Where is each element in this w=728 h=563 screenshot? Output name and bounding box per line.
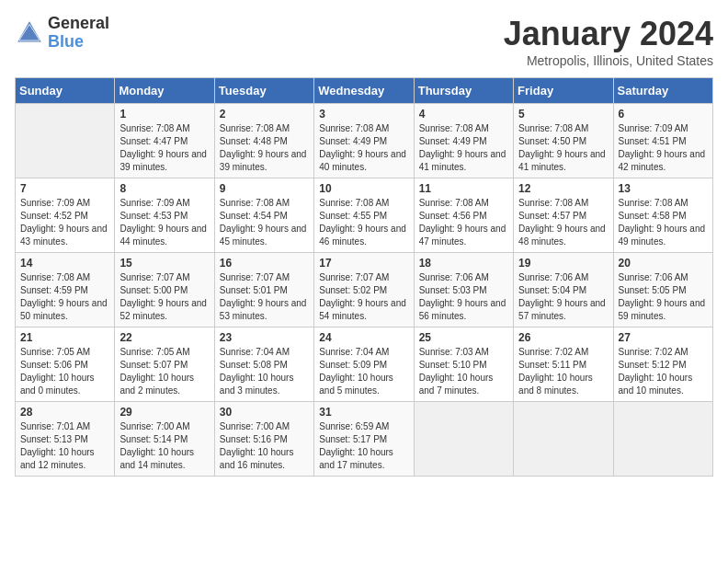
calendar-week-row: 21Sunrise: 7:05 AMSunset: 5:06 PMDayligh… <box>16 327 713 402</box>
calendar-subtitle: Metropolis, Illinois, United States <box>504 53 713 68</box>
day-number: 1 <box>119 108 209 121</box>
day-info: Sunrise: 7:00 AMSunset: 5:14 PMDaylight:… <box>119 420 209 472</box>
day-number: 24 <box>319 331 408 344</box>
day-number: 14 <box>20 257 109 270</box>
day-info: Sunrise: 7:08 AMSunset: 4:49 PMDaylight:… <box>319 122 408 174</box>
calendar-day-cell <box>16 104 115 178</box>
calendar-day-cell: 19Sunrise: 7:06 AMSunset: 5:04 PMDayligh… <box>514 253 613 327</box>
day-of-week-header: Saturday <box>613 78 712 104</box>
calendar-week-row: 14Sunrise: 7:08 AMSunset: 4:59 PMDayligh… <box>16 253 713 327</box>
day-info: Sunrise: 7:06 AMSunset: 5:04 PMDaylight:… <box>518 271 608 323</box>
day-info: Sunrise: 6:59 AMSunset: 5:17 PMDaylight:… <box>319 420 408 472</box>
day-info: Sunrise: 7:08 AMSunset: 4:55 PMDaylight:… <box>319 197 408 248</box>
calendar-table: SundayMondayTuesdayWednesdayThursdayFrid… <box>15 77 713 477</box>
calendar-day-cell: 5Sunrise: 7:08 AMSunset: 4:50 PMDaylight… <box>514 104 613 178</box>
calendar-day-cell: 29Sunrise: 7:00 AMSunset: 5:14 PMDayligh… <box>115 402 214 477</box>
calendar-week-row: 7Sunrise: 7:09 AMSunset: 4:52 PMDaylight… <box>16 178 713 253</box>
day-info: Sunrise: 7:01 AMSunset: 5:13 PMDaylight:… <box>20 420 109 472</box>
day-info: Sunrise: 7:00 AMSunset: 5:16 PMDaylight:… <box>220 420 309 472</box>
logo-icon <box>15 18 44 48</box>
day-info: Sunrise: 7:07 AMSunset: 5:01 PMDaylight:… <box>220 271 309 323</box>
calendar-day-cell: 21Sunrise: 7:05 AMSunset: 5:06 PMDayligh… <box>16 327 115 402</box>
calendar-day-cell <box>414 402 513 477</box>
day-number: 18 <box>419 257 508 270</box>
day-of-week-header: Tuesday <box>214 78 313 104</box>
day-number: 19 <box>518 257 608 270</box>
day-number: 23 <box>220 331 309 344</box>
day-of-week-header: Sunday <box>16 78 115 104</box>
day-number: 5 <box>518 108 608 121</box>
day-info: Sunrise: 7:05 AMSunset: 5:06 PMDaylight:… <box>20 346 109 397</box>
day-number: 25 <box>419 331 508 344</box>
day-info: Sunrise: 7:08 AMSunset: 4:59 PMDaylight:… <box>20 271 109 323</box>
day-of-week-header: Friday <box>514 78 613 104</box>
calendar-day-cell: 20Sunrise: 7:06 AMSunset: 5:05 PMDayligh… <box>613 253 712 327</box>
calendar-day-cell: 28Sunrise: 7:01 AMSunset: 5:13 PMDayligh… <box>16 402 115 477</box>
day-of-week-header: Wednesday <box>314 78 414 104</box>
calendar-day-cell: 15Sunrise: 7:07 AMSunset: 5:00 PMDayligh… <box>115 253 214 327</box>
calendar-day-cell: 13Sunrise: 7:08 AMSunset: 4:58 PMDayligh… <box>613 178 712 253</box>
calendar-day-cell: 30Sunrise: 7:00 AMSunset: 5:16 PMDayligh… <box>214 402 313 477</box>
calendar-day-cell <box>613 402 712 477</box>
calendar-day-cell: 17Sunrise: 7:07 AMSunset: 5:02 PMDayligh… <box>314 253 414 327</box>
day-info: Sunrise: 7:04 AMSunset: 5:08 PMDaylight:… <box>220 346 309 397</box>
day-info: Sunrise: 7:02 AMSunset: 5:11 PMDaylight:… <box>518 346 608 397</box>
day-info: Sunrise: 7:04 AMSunset: 5:09 PMDaylight:… <box>319 346 408 397</box>
calendar-day-cell: 14Sunrise: 7:08 AMSunset: 4:59 PMDayligh… <box>16 253 115 327</box>
day-info: Sunrise: 7:08 AMSunset: 4:58 PMDaylight:… <box>619 197 708 248</box>
day-number: 28 <box>20 406 109 419</box>
day-number: 31 <box>319 406 408 419</box>
calendar-day-cell: 10Sunrise: 7:08 AMSunset: 4:55 PMDayligh… <box>314 178 414 253</box>
logo-text: General Blue <box>48 15 109 52</box>
calendar-day-cell: 9Sunrise: 7:08 AMSunset: 4:54 PMDaylight… <box>214 178 313 253</box>
header: General Blue January 2024 Metropolis, Il… <box>15 15 713 68</box>
calendar-day-cell: 12Sunrise: 7:08 AMSunset: 4:57 PMDayligh… <box>514 178 613 253</box>
day-number: 7 <box>20 182 109 195</box>
calendar-day-cell: 22Sunrise: 7:05 AMSunset: 5:07 PMDayligh… <box>115 327 214 402</box>
day-number: 29 <box>119 406 209 419</box>
day-number: 9 <box>220 182 309 195</box>
day-number: 30 <box>220 406 309 419</box>
calendar-day-cell: 23Sunrise: 7:04 AMSunset: 5:08 PMDayligh… <box>214 327 313 402</box>
day-number: 2 <box>220 108 309 121</box>
calendar-day-cell: 1Sunrise: 7:08 AMSunset: 4:47 PMDaylight… <box>115 104 214 178</box>
day-number: 12 <box>518 182 608 195</box>
logo: General Blue <box>15 15 109 52</box>
day-number: 27 <box>619 331 708 344</box>
day-number: 20 <box>619 257 708 270</box>
day-of-week-header: Monday <box>115 78 214 104</box>
calendar-day-cell: 27Sunrise: 7:02 AMSunset: 5:12 PMDayligh… <box>613 327 712 402</box>
day-number: 13 <box>619 182 708 195</box>
day-info: Sunrise: 7:09 AMSunset: 4:51 PMDaylight:… <box>619 122 708 174</box>
day-info: Sunrise: 7:07 AMSunset: 5:00 PMDaylight:… <box>119 271 209 323</box>
day-info: Sunrise: 7:08 AMSunset: 4:50 PMDaylight:… <box>518 122 608 174</box>
day-number: 26 <box>518 331 608 344</box>
calendar-day-cell <box>514 402 613 477</box>
calendar-day-cell: 24Sunrise: 7:04 AMSunset: 5:09 PMDayligh… <box>314 327 414 402</box>
calendar-day-cell: 4Sunrise: 7:08 AMSunset: 4:49 PMDaylight… <box>414 104 513 178</box>
calendar-day-cell: 25Sunrise: 7:03 AMSunset: 5:10 PMDayligh… <box>414 327 513 402</box>
day-info: Sunrise: 7:08 AMSunset: 4:49 PMDaylight:… <box>419 122 508 174</box>
day-info: Sunrise: 7:08 AMSunset: 4:48 PMDaylight:… <box>220 122 309 174</box>
calendar-day-cell: 8Sunrise: 7:09 AMSunset: 4:53 PMDaylight… <box>115 178 214 253</box>
calendar-week-row: 28Sunrise: 7:01 AMSunset: 5:13 PMDayligh… <box>16 402 713 477</box>
day-number: 21 <box>20 331 109 344</box>
calendar-day-cell: 31Sunrise: 6:59 AMSunset: 5:17 PMDayligh… <box>314 402 414 477</box>
day-number: 4 <box>419 108 508 121</box>
day-info: Sunrise: 7:07 AMSunset: 5:02 PMDaylight:… <box>319 271 408 323</box>
calendar-day-cell: 16Sunrise: 7:07 AMSunset: 5:01 PMDayligh… <box>214 253 313 327</box>
calendar-day-cell: 26Sunrise: 7:02 AMSunset: 5:11 PMDayligh… <box>514 327 613 402</box>
calendar-day-cell: 11Sunrise: 7:08 AMSunset: 4:56 PMDayligh… <box>414 178 513 253</box>
title-area: January 2024 Metropolis, Illinois, Unite… <box>504 15 713 68</box>
day-number: 6 <box>619 108 708 121</box>
day-info: Sunrise: 7:09 AMSunset: 4:52 PMDaylight:… <box>20 197 109 248</box>
calendar-header-row: SundayMondayTuesdayWednesdayThursdayFrid… <box>16 78 713 104</box>
day-number: 10 <box>319 182 408 195</box>
calendar-day-cell: 7Sunrise: 7:09 AMSunset: 4:52 PMDaylight… <box>16 178 115 253</box>
calendar-day-cell: 3Sunrise: 7:08 AMSunset: 4:49 PMDaylight… <box>314 104 414 178</box>
calendar-day-cell: 2Sunrise: 7:08 AMSunset: 4:48 PMDaylight… <box>214 104 313 178</box>
day-number: 3 <box>319 108 408 121</box>
calendar-day-cell: 18Sunrise: 7:06 AMSunset: 5:03 PMDayligh… <box>414 253 513 327</box>
day-number: 11 <box>419 182 508 195</box>
calendar-day-cell: 6Sunrise: 7:09 AMSunset: 4:51 PMDaylight… <box>613 104 712 178</box>
